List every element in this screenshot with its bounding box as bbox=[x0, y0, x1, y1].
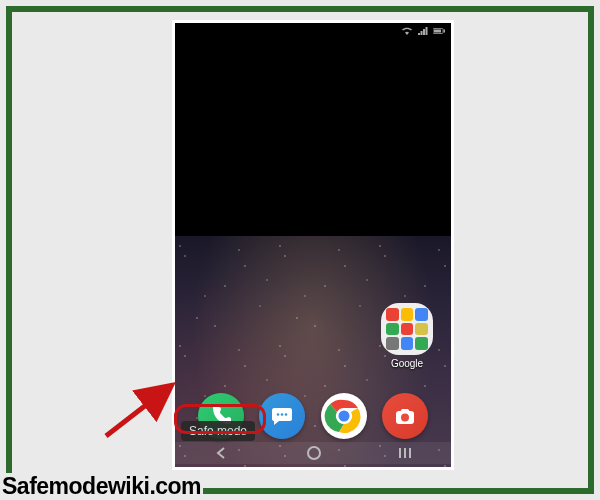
svg-point-5 bbox=[285, 413, 288, 416]
chrome-app-icon[interactable] bbox=[321, 393, 367, 439]
mini-app-icon bbox=[415, 337, 428, 350]
watermark-text: Safemodewiki.com bbox=[0, 473, 203, 500]
mini-app-icon bbox=[386, 337, 399, 350]
mini-app-icon bbox=[401, 308, 414, 321]
mini-app-icon bbox=[415, 308, 428, 321]
folder-preview bbox=[381, 303, 433, 355]
svg-rect-1 bbox=[434, 30, 441, 33]
battery-icon bbox=[433, 27, 445, 35]
home-nav-icon[interactable] bbox=[306, 445, 322, 461]
chat-bubble-icon bbox=[270, 404, 294, 428]
camera-app-icon[interactable] bbox=[382, 393, 428, 439]
wifi-icon bbox=[401, 27, 413, 35]
svg-point-3 bbox=[277, 413, 280, 416]
safe-mode-badge: Safe mode bbox=[181, 421, 255, 441]
mini-app-icon bbox=[401, 323, 414, 336]
camera-icon bbox=[393, 404, 417, 428]
mini-app-icon bbox=[401, 337, 414, 350]
chrome-logo-icon bbox=[324, 396, 364, 436]
messages-app-icon[interactable] bbox=[259, 393, 305, 439]
mini-app-icon bbox=[386, 308, 399, 321]
phone-bezel: Google bbox=[172, 20, 454, 470]
mini-app-icon bbox=[415, 323, 428, 336]
svg-rect-2 bbox=[444, 30, 446, 33]
signal-icon bbox=[417, 27, 429, 35]
svg-point-8 bbox=[338, 411, 349, 422]
svg-point-10 bbox=[401, 414, 409, 422]
phone-screen: Google bbox=[175, 23, 451, 467]
status-bar bbox=[401, 27, 445, 35]
folder-label: Google bbox=[379, 358, 435, 369]
mini-app-icon bbox=[386, 323, 399, 336]
back-nav-icon[interactable] bbox=[213, 446, 231, 460]
google-folder[interactable]: Google bbox=[379, 303, 435, 369]
outer-frame: Google bbox=[6, 6, 594, 494]
navigation-bar bbox=[175, 442, 451, 464]
svg-point-4 bbox=[281, 413, 284, 416]
svg-point-11 bbox=[308, 447, 320, 459]
recents-nav-icon[interactable] bbox=[397, 446, 413, 460]
